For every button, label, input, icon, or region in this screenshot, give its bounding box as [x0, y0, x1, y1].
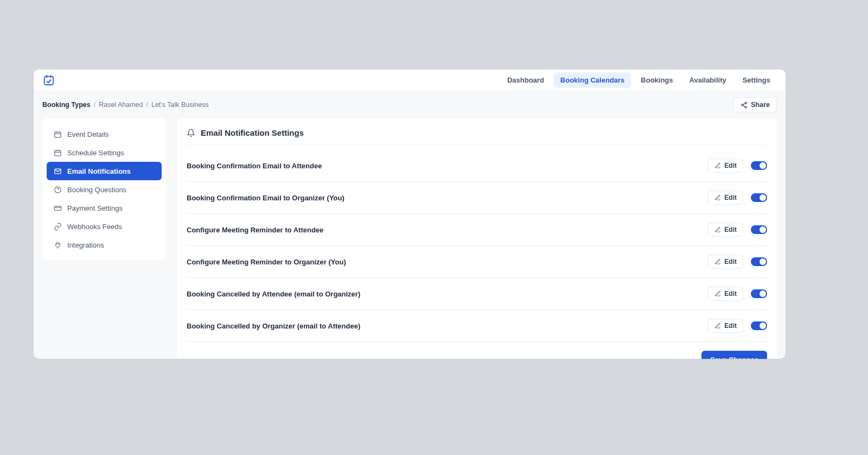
- setting-controls: Edit: [708, 159, 767, 173]
- pencil-icon: [714, 290, 721, 297]
- svg-line-5: [743, 103, 745, 104]
- edit-button[interactable]: Edit: [708, 287, 743, 301]
- share-icon: [741, 102, 748, 109]
- save-changes-button[interactable]: Save Changes: [701, 351, 767, 359]
- toggle-switch[interactable]: [751, 289, 767, 298]
- setting-label: Booking Cancelled by Attendee (email to …: [187, 290, 360, 298]
- edit-button[interactable]: Edit: [708, 319, 743, 333]
- panel-title: Email Notification Settings: [201, 128, 304, 137]
- share-button-label: Share: [751, 101, 770, 109]
- sidebar-item-schedule-settings[interactable]: Schedule Settings: [47, 143, 162, 162]
- setting-controls: Edit: [708, 319, 767, 333]
- sidebar-item-label: Email Notifications: [67, 167, 131, 175]
- breadcrumb-mid[interactable]: Rasel Ahamed: [99, 101, 143, 109]
- svg-rect-6: [54, 132, 60, 137]
- setting-label: Booking Confirmation Email to Attendee: [187, 162, 322, 170]
- share-button[interactable]: Share: [733, 97, 777, 112]
- svg-line-4: [743, 105, 745, 106]
- subheader: Booking Types / Rasel Ahamed / Let's Tal…: [34, 91, 786, 118]
- topnav-bookings[interactable]: Bookings: [634, 72, 679, 88]
- setting-row: Booking Confirmation Email to AttendeeEd…: [187, 150, 767, 182]
- edit-button-label: Edit: [724, 290, 737, 298]
- topbar: Dashboard Booking Calendars Bookings Ava…: [34, 69, 786, 91]
- sidebar-item-event-details[interactable]: Event Details: [47, 125, 162, 143]
- toggle-switch[interactable]: [751, 193, 767, 202]
- app-window: Dashboard Booking Calendars Bookings Ava…: [34, 69, 786, 359]
- sidebar: Event Details Schedule Settings Email No…: [42, 118, 166, 261]
- edit-button-label: Edit: [724, 162, 737, 169]
- question-icon: [53, 185, 62, 194]
- sidebar-item-label: Payment Settings: [67, 204, 123, 212]
- sidebar-item-webhooks-feeds[interactable]: Webhooks Feeds: [47, 217, 162, 236]
- toggle-switch[interactable]: [751, 225, 767, 234]
- toggle-switch[interactable]: [751, 321, 767, 330]
- bell-icon: [187, 129, 195, 137]
- app-logo-icon: [42, 74, 55, 87]
- panel-header: Email Notification Settings: [187, 128, 767, 146]
- edit-button-label: Edit: [724, 226, 737, 233]
- payment-icon: [53, 204, 62, 212]
- svg-rect-0: [44, 76, 54, 85]
- sidebar-item-integrations[interactable]: Integrations: [47, 236, 162, 254]
- pencil-icon: [714, 323, 721, 329]
- pencil-icon: [714, 194, 721, 201]
- mail-icon: [53, 167, 62, 175]
- edit-button[interactable]: Edit: [708, 255, 743, 269]
- setting-controls: Edit: [708, 191, 767, 205]
- body-row: Event Details Schedule Settings Email No…: [34, 118, 786, 359]
- pencil-icon: [714, 226, 721, 233]
- setting-label: Configure Meeting Reminder to Attendee: [187, 226, 323, 234]
- topnav-booking-calendars[interactable]: Booking Calendars: [554, 72, 631, 88]
- breadcrumb-leaf: Let's Talk Business: [151, 101, 209, 109]
- panel-footer: Save Changes: [187, 342, 767, 359]
- sidebar-item-label: Event Details: [67, 130, 109, 138]
- topnav: Dashboard Booking Calendars Bookings Ava…: [501, 72, 777, 88]
- toggle-switch[interactable]: [751, 161, 767, 170]
- sidebar-item-label: Schedule Settings: [67, 149, 124, 157]
- edit-button-label: Edit: [724, 322, 737, 330]
- setting-controls: Edit: [708, 287, 767, 301]
- edit-button[interactable]: Edit: [708, 159, 743, 173]
- setting-row: Configure Meeting Reminder to Organizer …: [187, 246, 767, 278]
- breadcrumb: Booking Types / Rasel Ahamed / Let's Tal…: [42, 101, 209, 109]
- svg-rect-10: [54, 206, 61, 210]
- sidebar-item-payment-settings[interactable]: Payment Settings: [47, 199, 162, 217]
- calendar-icon: [53, 130, 62, 138]
- breadcrumb-root[interactable]: Booking Types: [42, 101, 91, 109]
- setting-controls: Edit: [708, 255, 767, 269]
- settings-list: Booking Confirmation Email to AttendeeEd…: [187, 150, 767, 342]
- edit-button[interactable]: Edit: [708, 223, 743, 237]
- plug-icon: [53, 241, 62, 249]
- topnav-settings[interactable]: Settings: [736, 72, 777, 88]
- topnav-dashboard[interactable]: Dashboard: [501, 72, 551, 88]
- setting-row: Booking Cancelled by Attendee (email to …: [187, 278, 767, 310]
- pencil-icon: [714, 258, 721, 265]
- sidebar-item-label: Webhooks Feeds: [67, 223, 122, 231]
- sidebar-item-booking-questions[interactable]: Booking Questions: [47, 180, 162, 199]
- setting-label: Booking Confirmation Email to Organizer …: [187, 194, 344, 202]
- setting-row: Booking Confirmation Email to Organizer …: [187, 182, 767, 214]
- sidebar-item-label: Booking Questions: [67, 186, 126, 194]
- edit-button-label: Edit: [724, 258, 737, 266]
- sidebar-item-label: Integrations: [67, 241, 104, 249]
- topnav-availability[interactable]: Availability: [683, 72, 733, 88]
- breadcrumb-separator: /: [94, 101, 95, 109]
- toggle-switch[interactable]: [751, 257, 767, 266]
- edit-button[interactable]: Edit: [708, 191, 743, 205]
- edit-button-label: Edit: [724, 194, 737, 201]
- setting-row: Configure Meeting Reminder to AttendeeEd…: [187, 214, 767, 246]
- setting-label: Configure Meeting Reminder to Organizer …: [187, 258, 346, 266]
- setting-label: Booking Cancelled by Organizer (email to…: [187, 322, 360, 330]
- main-panel: Email Notification Settings Booking Conf…: [177, 118, 777, 359]
- svg-rect-7: [54, 150, 60, 156]
- pencil-icon: [714, 162, 721, 169]
- setting-row: Booking Cancelled by Organizer (email to…: [187, 310, 767, 342]
- sidebar-item-email-notifications[interactable]: Email Notifications: [47, 162, 162, 180]
- setting-controls: Edit: [708, 223, 767, 237]
- breadcrumb-separator: /: [146, 101, 148, 109]
- link-icon: [53, 222, 62, 231]
- schedule-icon: [53, 148, 62, 157]
